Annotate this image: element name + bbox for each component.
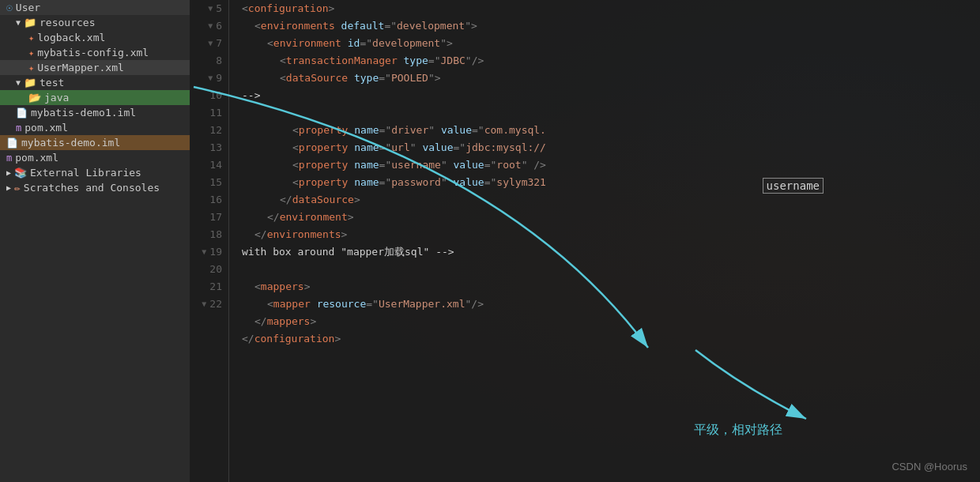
- xml-file-icon: ✦: [28, 32, 34, 43]
- sidebar-item-label: pom.xml: [15, 152, 58, 164]
- line-num-5: ▼5: [196, 0, 222, 17]
- line-num-12: 12: [196, 122, 222, 139]
- arrow-icon: ▼: [16, 18, 21, 27]
- user-icon: ☉: [6, 2, 13, 13]
- sidebar-item-label: External Libraries: [30, 167, 141, 179]
- folder-icon: 📁: [24, 17, 36, 28]
- code-line-14: <property name="password" value="sylym32…: [242, 174, 967, 191]
- code-panel: ▼5 ▼6 ▼7 8 ▼9 10 11 12 13 14 15 16 17 18…: [190, 0, 980, 482]
- code-content[interactable]: <configuration> <environments default="d…: [229, 0, 980, 482]
- code-line-22: </configuration>: [242, 330, 967, 348]
- arrow-icon: ▶: [6, 168, 11, 177]
- sidebar-item-mybatis-demo1-iml[interactable]: 📄 mybatis-demo1.iml: [0, 105, 190, 120]
- line-num-18: 18: [196, 226, 222, 243]
- sidebar-item-java[interactable]: 📂 java: [0, 90, 190, 105]
- sidebar-item-label: mybatis-demo.iml: [21, 137, 120, 149]
- folder-icon: 📁: [24, 77, 36, 88]
- sidebar-item-pom0[interactable]: m pom.xml: [0, 150, 190, 165]
- code-line-9: <dataSource type="POOLED">: [242, 70, 967, 87]
- sidebar-item-usermapper[interactable]: ✦ UserMapper.xml: [0, 60, 190, 75]
- mybatis-file-icon: ✦: [28, 47, 34, 58]
- code-line-5: <configuration>: [242, 0, 967, 17]
- sidebar-item-label: resources: [40, 17, 95, 28]
- sidebar: ☉ User ▼ 📁 resources ✦ logback.xml ✦ myb…: [0, 0, 190, 482]
- code-line-21: </mappers>: [242, 313, 967, 330]
- sidebar-item-scratches[interactable]: ▶ ✏ Scratches and Consoles: [0, 180, 190, 195]
- line-num-16: 16: [196, 191, 222, 209]
- sidebar-item-user[interactable]: ☉ User: [0, 0, 190, 15]
- sidebar-item-ext-libraries[interactable]: ▶ 📚 External Libraries: [0, 165, 190, 180]
- code-line-10: [242, 104, 967, 122]
- line-num-11: 11: [196, 104, 222, 122]
- code-line-7: <environment id="development">: [242, 35, 967, 52]
- sidebar-item-resources[interactable]: ▼ 📁 resources: [0, 15, 190, 30]
- sidebar-item-label: java: [44, 92, 69, 104]
- pom-file-icon: m: [16, 122, 21, 134]
- code-line-6: <environments default="development">: [242, 17, 967, 35]
- sidebar-item-logback[interactable]: ✦ logback.xml: [0, 30, 190, 45]
- line-num-17: 17: [196, 209, 222, 226]
- sidebar-item-label: logback.xml: [37, 32, 105, 43]
- sidebar-item-label: User: [16, 2, 40, 13]
- code-line-11: <property name="driver" value="com.mysql…: [242, 122, 967, 139]
- xml-file-icon: ✦: [28, 62, 34, 73]
- iml-file-icon: 📄: [6, 137, 18, 149]
- sidebar-item-label: UserMapper.xml: [37, 62, 124, 73]
- code-line-15: </dataSource>: [242, 191, 967, 209]
- line-num-9: ▼9: [196, 70, 222, 87]
- csdn-watermark: CSDN @Hoorus: [891, 461, 967, 473]
- sidebar-item-label: Scratches and Consoles: [24, 182, 160, 194]
- code-line-19: <mappers>: [242, 278, 967, 296]
- line-num-6: ▼6: [196, 17, 222, 35]
- code-line-12: <property name="url" value="jdbc:mysql:/…: [242, 139, 967, 156]
- line-num-15: 15: [196, 174, 222, 191]
- line-num-19: ▼19: [196, 243, 222, 261]
- line-num-20: 20: [196, 261, 222, 278]
- arrow-icon: ▶: [6, 183, 11, 192]
- code-line-8: <transactionManager type="JDBC"/>: [242, 52, 967, 70]
- pom-file-icon: m: [6, 153, 12, 164]
- sidebar-item-pom1[interactable]: m pom.xml: [0, 120, 190, 135]
- code-line-16: </environment>: [242, 209, 967, 226]
- line-num-8: 8: [196, 52, 222, 70]
- scratches-icon: ✏: [14, 182, 21, 194]
- code-line-13: <property name="username" value="root" /…: [242, 156, 967, 174]
- ext-lib-icon: 📚: [14, 167, 27, 179]
- code-line-20: <mapper resource="UserMapper.xml"/>: [242, 296, 967, 313]
- java-folder-icon: 📂: [28, 92, 41, 104]
- sidebar-item-mybatis-config[interactable]: ✦ mybatis-config.xml: [0, 45, 190, 60]
- iml-file-icon: 📄: [16, 107, 28, 119]
- line-num-22: ▼22: [196, 296, 222, 313]
- code-line-18: [242, 261, 967, 278]
- line-num-10: 10: [196, 87, 222, 104]
- sidebar-item-label: mybatis-demo1.iml: [31, 107, 136, 119]
- line-numbers: ▼5 ▼6 ▼7 8 ▼9 10 11 12 13 14 15 16 17 18…: [190, 0, 229, 482]
- arrow-icon: ▼: [16, 78, 21, 87]
- line-num-13: 13: [196, 139, 222, 156]
- sidebar-item-mybatis-demo-iml[interactable]: 📄 mybatis-demo.iml: [0, 135, 190, 150]
- editor-area: ▼5 ▼6 ▼7 8 ▼9 10 11 12 13 14 15 16 17 18…: [190, 0, 980, 482]
- line-num-14: 14: [196, 156, 222, 174]
- code-line-17: </environments>: [242, 226, 967, 243]
- line-num-7: ▼7: [196, 35, 222, 52]
- sidebar-item-label: mybatis-config.xml: [37, 47, 149, 58]
- line-num-21: 21: [196, 278, 222, 296]
- sidebar-item-label: pom.xml: [24, 122, 68, 134]
- sidebar-item-test[interactable]: ▼ 📁 test: [0, 75, 190, 90]
- sidebar-item-label: test: [40, 77, 64, 88]
